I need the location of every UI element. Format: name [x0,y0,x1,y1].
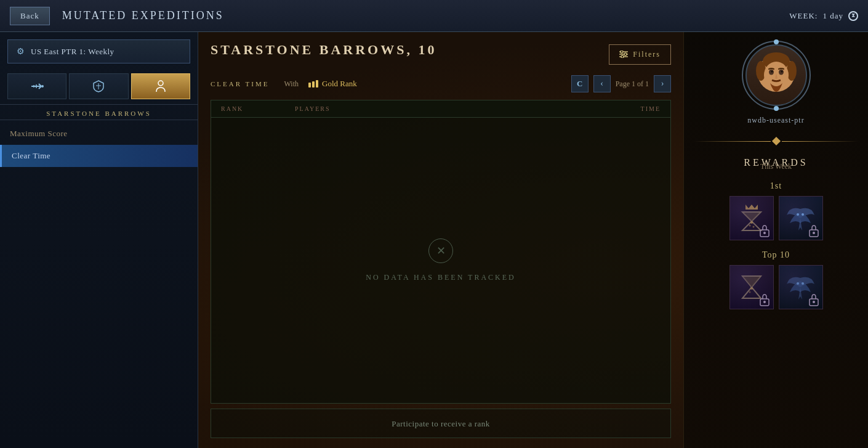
svg-point-0 [41,85,44,88]
leaderboard-table: RANK PLAYERS TIME ✕ NO DATA HAS BEEN TRA… [211,100,671,404]
filters-button[interactable]: Filters [609,44,671,65]
svg-point-6 [624,53,627,55]
rank-label-text: Gold Rank [322,79,357,89]
reward-item-1 [729,196,774,240]
character-icon [155,79,167,93]
with-label: With [284,79,299,89]
sidebar-item-max-score[interactable]: Maximum Score [0,123,198,145]
lock-icon [758,224,771,237]
rewards-section: REWARDS This Week [744,157,808,171]
expedition-title: STARSTONE BARROWS, 10 [211,42,436,58]
tab-character[interactable] [131,73,190,99]
next-page-button[interactable]: › [654,75,671,92]
filters-icon [619,51,628,58]
participate-bar: Participate to receive a rank [211,409,671,438]
content-area: STARSTONE BARROWS, 10 Filters CLEAR TIME [198,32,683,448]
top-navigation-bar: Back MUTATED EXPEDITIONS WEEK: 1 day ⧗ [0,0,868,32]
tab-shield[interactable] [69,73,128,99]
svg-point-34 [797,282,799,285]
svg-point-19 [750,221,753,224]
divider [694,135,858,147]
avatar-ring [742,41,811,110]
main-layout: ⚙ US East PTR 1: Weekly [0,32,868,448]
table-header: RANK PLAYERS TIME [211,100,670,118]
sidebar-item-clear-time[interactable]: Clear Time [0,145,198,167]
svg-point-37 [813,301,815,303]
tier-top10: Top 10 [694,250,858,309]
rank-bars-icon [308,80,318,88]
svg-point-23 [763,232,766,234]
participate-text: Participate to receive a rank [392,419,490,428]
tier-top10-items [729,265,823,309]
col-players-header: PLAYERS [295,105,550,112]
tab-weapons[interactable] [7,73,66,99]
weapons-icon [30,81,44,92]
svg-point-24 [797,213,799,216]
lock-icon-2 [808,224,820,237]
svg-point-7 [621,55,624,58]
week-info: WEEK: 1 day ⧗ [789,11,858,21]
svg-point-27 [813,232,815,234]
reward-item-4 [779,265,823,309]
app-title: MUTATED EXPEDITIONS [62,9,224,22]
sidebar-section-title: STARSTONE BARROWS [0,104,198,120]
tier-top10-label: Top 10 [762,250,790,260]
col-rank-header: RANK [221,105,295,112]
empty-message: NO DATA HAS BEEN TRACKED [366,273,516,282]
category-tabs [7,73,190,99]
avatar-name: nwdb-useast-ptr [747,116,804,125]
svg-point-31 [749,291,750,293]
svg-point-1 [158,81,163,86]
tier-1st-label: 1st [770,181,782,191]
svg-point-25 [802,213,804,216]
filters-label: Filters [633,50,661,59]
week-value: 1 day [822,11,843,21]
reward-item-3 [729,265,774,309]
avatar-container [745,44,807,106]
tier-1st: 1st [694,181,858,240]
pagination-area: C ‹ Page 1 of 1 › [571,75,671,92]
divider-diamond [771,137,780,145]
server-name-label: US East PTR 1: Weekly [31,47,115,57]
svg-point-5 [621,51,623,53]
svg-point-21 [752,226,754,228]
svg-point-35 [802,282,804,285]
lb-type-label: CLEAR TIME [211,80,270,88]
shield-icon [92,79,105,93]
prev-page-button[interactable]: ‹ [593,75,611,92]
server-filter-icon: ⚙ [17,46,25,57]
svg-point-30 [750,287,753,290]
right-panel: nwdb-useast-ptr REWARDS This Week 1st [683,32,868,448]
week-label: WEEK: [789,11,818,21]
timer-icon: ⧗ [848,11,858,21]
reward-item-2 [779,196,823,240]
svg-point-20 [749,225,750,227]
server-selector[interactable]: ⚙ US East PTR 1: Weekly [7,39,190,63]
content-wrapper: STARSTONE BARROWS, 10 Filters CLEAR TIME [198,32,683,448]
svg-point-33 [763,301,766,303]
lock-icon-4 [808,293,820,306]
sidebar: ⚙ US East PTR 1: Weekly [0,32,198,448]
page-info: Page 1 of 1 [616,79,649,89]
empty-state: ✕ NO DATA HAS BEEN TRACKED [211,118,670,403]
back-button[interactable]: Back [10,7,50,25]
lock-icon-3 [758,293,771,306]
refresh-button[interactable]: C [571,75,589,92]
col-time-header: TIME [550,105,661,112]
empty-circle-icon: ✕ [428,238,453,263]
tier-1st-items [729,196,823,240]
gold-rank-badge: Gold Rank [308,79,357,89]
leaderboard-controls: CLEAR TIME With Gold Rank C ‹ Page 1 of [211,75,671,92]
